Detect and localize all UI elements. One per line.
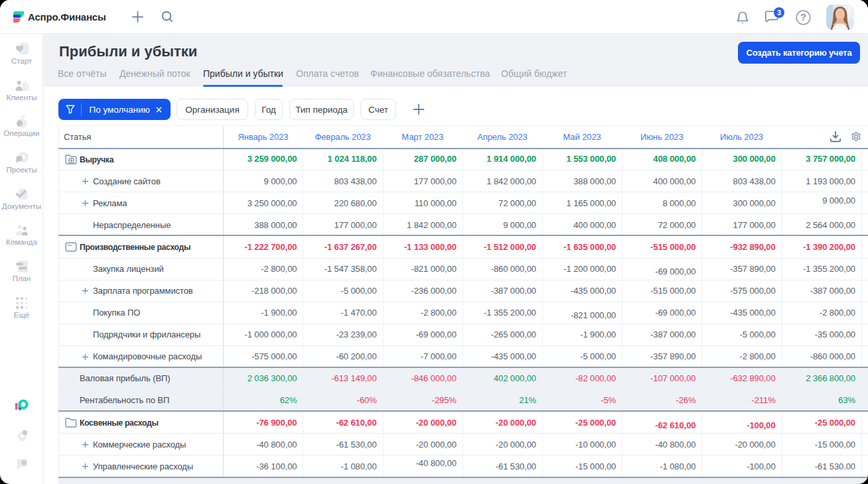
- svg-text:?: ?: [800, 12, 806, 23]
